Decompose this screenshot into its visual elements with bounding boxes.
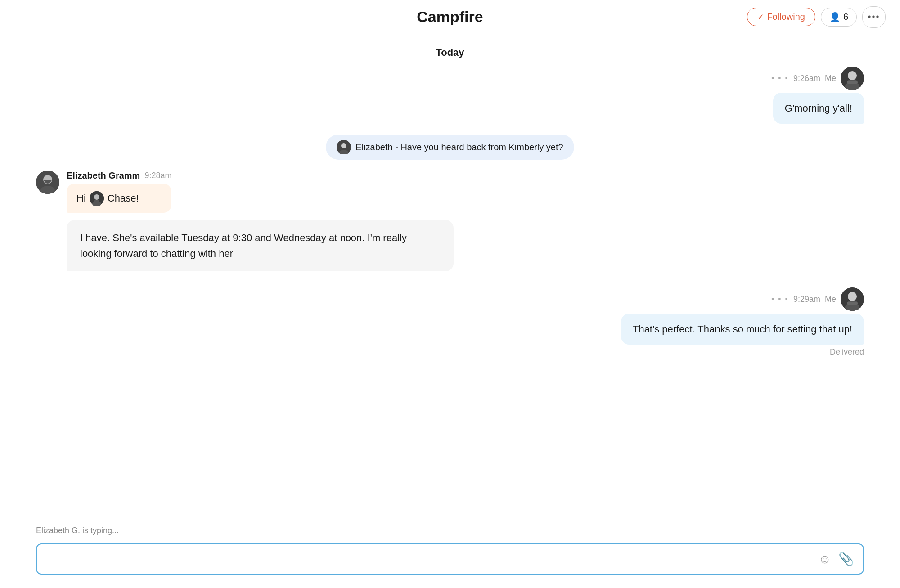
- sender-name: Elizabeth Gramm: [67, 171, 140, 181]
- mini-avatar: [337, 140, 351, 154]
- emoji-icon[interactable]: ☺: [818, 552, 831, 566]
- following-button[interactable]: ✓ Following: [747, 8, 815, 26]
- typing-text: Elizabeth G. is typing...: [36, 526, 119, 535]
- message-text: That's perfect. Thanks so much for setti…: [633, 323, 852, 335]
- more-options-button[interactable]: •••: [862, 6, 886, 28]
- sender-me-label: Me: [825, 295, 836, 304]
- message-text-name: Chase!: [108, 191, 139, 206]
- avatar: [841, 67, 864, 90]
- attach-icon[interactable]: 📎: [838, 552, 854, 566]
- participants-button[interactable]: 👤 6: [821, 8, 857, 27]
- date-separator: Today: [0, 34, 900, 67]
- participants-count: 6: [843, 12, 848, 22]
- avatar: [36, 171, 59, 194]
- message-row: • • • 9:29am Me That's perfect. Thanks s…: [36, 287, 864, 357]
- ellipsis-icon: •••: [868, 12, 880, 22]
- mention-text: Elizabeth - Have you heard back from Kim…: [356, 142, 563, 153]
- input-icons: ☺ 📎: [818, 552, 854, 566]
- message-row: Elizabeth Gramm 9:28am Hi Chase!: [36, 171, 441, 213]
- svg-rect-14: [94, 200, 99, 202]
- message-bubble: Hi Chase!: [67, 184, 171, 213]
- svg-point-16: [848, 292, 857, 301]
- message-text: G'morning y'all!: [785, 103, 852, 114]
- message-options-dots[interactable]: • • •: [771, 74, 789, 83]
- svg-point-6: [341, 143, 346, 148]
- svg-rect-4: [847, 81, 858, 84]
- svg-point-1: [848, 71, 857, 80]
- page-title: Campfire: [417, 8, 483, 26]
- delivered-status: Delivered: [830, 347, 864, 357]
- header: Campfire ✓ Following 👤 6 •••: [0, 0, 900, 34]
- message-row: • • • 9:26am Me G'morning y'all!: [36, 67, 864, 124]
- message-time: 9:28am: [144, 171, 171, 180]
- sender-me-label: Me: [825, 74, 836, 83]
- avatar: [841, 287, 864, 311]
- message-input-box: ☺ 📎: [36, 543, 864, 575]
- mention-bubble: Elizabeth - Have you heard back from Kim…: [326, 135, 574, 160]
- message-bubble: I have. She's available Tuesday at 9:30 …: [67, 220, 454, 271]
- typing-indicator: Elizabeth G. is typing...: [0, 521, 900, 539]
- message-text-hi: Hi: [76, 191, 86, 206]
- mention-row: Elizabeth - Have you heard back from Kim…: [36, 135, 864, 160]
- person-icon: 👤: [829, 12, 841, 22]
- message-input[interactable]: [46, 554, 818, 564]
- following-label: Following: [767, 12, 805, 22]
- inline-avatar: [90, 191, 104, 206]
- message-content: Elizabeth Gramm 9:28am Hi Chase!: [67, 171, 171, 213]
- message-header: Elizabeth Gramm 9:28am: [67, 171, 171, 181]
- message-row: I have. She's available Tuesday at 9:30 …: [67, 220, 472, 271]
- input-area: ☺ 📎: [0, 539, 900, 588]
- header-actions: ✓ Following 👤 6 •••: [747, 6, 886, 28]
- message-header: • • • 9:29am Me: [771, 287, 864, 311]
- message-text: I have. She's available Tuesday at 9:30 …: [80, 232, 407, 259]
- message-bubble: That's perfect. Thanks so much for setti…: [621, 314, 864, 345]
- message-header: • • • 9:26am Me: [771, 67, 864, 90]
- message-bubble: G'morning y'all!: [773, 93, 864, 124]
- message-options-dots[interactable]: • • •: [771, 295, 789, 304]
- check-icon: ✓: [757, 12, 764, 22]
- message-inner-row: Elizabeth Gramm 9:28am Hi Chase!: [36, 171, 171, 213]
- svg-rect-19: [847, 302, 858, 305]
- svg-point-12: [94, 194, 99, 200]
- messages-area: • • • 9:26am Me G'morning y'all!: [0, 67, 900, 521]
- message-time: 9:29am: [793, 295, 820, 304]
- message-time: 9:26am: [793, 74, 820, 83]
